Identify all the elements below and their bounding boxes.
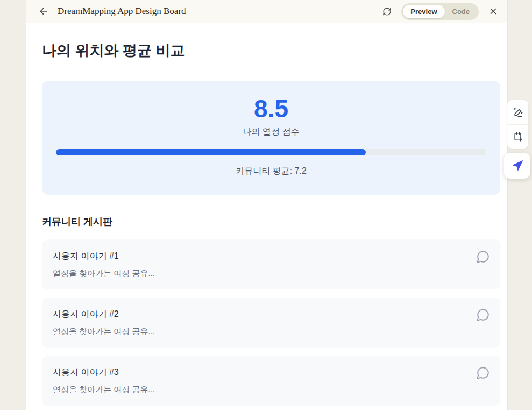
post-title: 사용자 이야기 #1 xyxy=(53,251,468,261)
clipboard-zap-button[interactable] xyxy=(507,124,528,149)
post-excerpt: 열정을 찾아가는 여정 공유... xyxy=(53,327,468,336)
comment-bubble-icon[interactable] xyxy=(476,366,490,380)
post-title: 사용자 이야기 #2 xyxy=(53,309,468,319)
comment-bubble-icon[interactable] xyxy=(476,250,490,264)
view-toggle: Preview Code xyxy=(401,3,479,20)
post-excerpt: 열정을 찾아가는 여정 공유... xyxy=(53,385,468,394)
side-toolbar xyxy=(507,100,529,149)
community-average-label: 커뮤니티 평균: 7.2 xyxy=(42,166,500,177)
send-icon xyxy=(512,160,523,172)
board-section-title: 커뮤니티 게시판 xyxy=(42,216,500,228)
refresh-icon xyxy=(382,7,392,16)
my-score-value: 8.5 xyxy=(42,95,500,122)
close-button[interactable] xyxy=(486,4,501,19)
post-excerpt: 열정을 찾아가는 여정 공유... xyxy=(53,268,468,278)
progress-fill xyxy=(56,149,366,155)
post-title: 사용자 이야기 #3 xyxy=(53,367,468,377)
tab-code[interactable]: Code xyxy=(445,5,478,18)
progress-track xyxy=(56,149,486,155)
post-card-2[interactable]: 사용자 이야기 #2 열정을 찾아가는 여정 공유... xyxy=(42,298,500,348)
edit-sparkle-button[interactable] xyxy=(507,100,528,124)
send-tool-button[interactable] xyxy=(504,153,530,179)
score-card: 8.5 나의 열정 점수 커뮤니티 평균: 7.2 xyxy=(42,81,500,195)
post-card-1[interactable]: 사용자 이야기 #1 열정을 찾아가는 여정 공유... xyxy=(42,239,500,289)
post-card-3[interactable]: 사용자 이야기 #3 열정을 찾아가는 여정 공유... xyxy=(42,356,500,406)
refresh-button[interactable] xyxy=(379,4,394,19)
back-button[interactable] xyxy=(36,4,51,19)
comment-bubble-icon[interactable] xyxy=(476,308,490,322)
artifact-panel: DreamMapping App Design Board Preview Co… xyxy=(26,0,508,410)
board-title: DreamMapping App Design Board xyxy=(58,6,186,17)
artifact-header: DreamMapping App Design Board Preview Co… xyxy=(26,0,507,23)
page-title: 나의 위치와 평균 비교 xyxy=(42,43,500,59)
close-icon xyxy=(488,6,498,16)
arrow-left-icon xyxy=(38,6,49,17)
edit-sparkle-icon xyxy=(513,107,523,118)
clipboard-zap-icon xyxy=(513,131,523,142)
my-score-label: 나의 열정 점수 xyxy=(42,126,500,138)
preview-content: 나의 위치와 평균 비교 8.5 나의 열정 점수 커뮤니티 평균: 7.2 커… xyxy=(26,23,507,406)
tab-preview[interactable]: Preview xyxy=(403,5,444,18)
